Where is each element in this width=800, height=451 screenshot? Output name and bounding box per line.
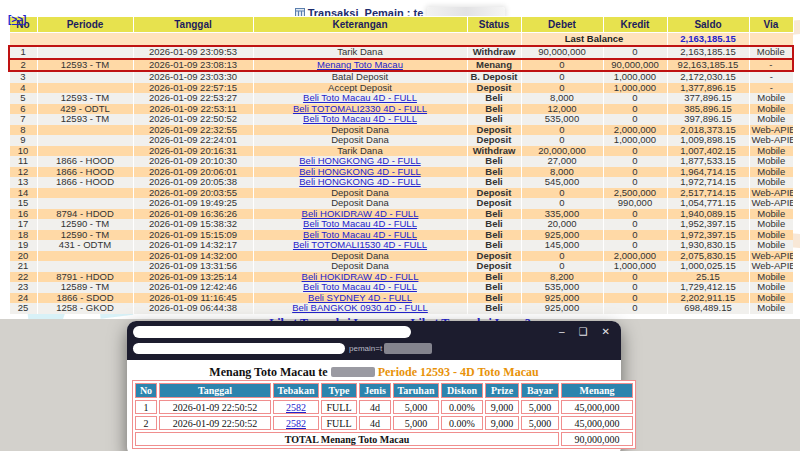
cell-tanggal: 2026-01-09 20:05:38 bbox=[133, 177, 253, 188]
transaction-row: 111866 - HOOD2026-01-09 20:10:30Beli HON… bbox=[9, 156, 793, 167]
cell-tanggal: 2026-01-09 15:15:09 bbox=[133, 230, 253, 241]
cell-tanggal: 2026-01-09 19:49:25 bbox=[133, 198, 253, 209]
cell-via: Mobile bbox=[749, 114, 793, 125]
bet-cell-jenis: 4d bbox=[359, 400, 391, 414]
cell-periode: 1258 - GKOD bbox=[37, 303, 133, 314]
bet-row: 12026-01-09 22:50:522582FULL4d5,0000.00%… bbox=[135, 400, 633, 414]
cell-saldo: 1,877,533.15 bbox=[667, 156, 749, 167]
transaction-row: 241866 - SDOD2026-01-09 11:16:45Beli SYD… bbox=[9, 293, 793, 304]
cell-periode bbox=[37, 251, 133, 262]
bet-cell-taruhan: 5,000 bbox=[393, 400, 439, 414]
cell-keterangan: Beli Toto Macau 4D - FULL bbox=[253, 93, 467, 104]
cell-saldo: 92,163,185.15 bbox=[667, 59, 749, 72]
keterangan-link[interactable]: Beli BANGKOK 0930 4D - FULL bbox=[292, 303, 428, 313]
cell-status: Beli bbox=[467, 230, 521, 241]
cell-keterangan: Beli BANGKOK 0930 4D - FULL bbox=[253, 303, 467, 314]
bets-column-header-tanggal: Tanggal bbox=[159, 383, 271, 398]
keterangan-link[interactable]: Beli HOKIDRAW 4D - FULL bbox=[302, 209, 419, 219]
keterangan-link[interactable]: Beli TOTOMALI1530 4D - FULL bbox=[293, 240, 427, 250]
cell-keterangan: Deposit Dana bbox=[253, 198, 467, 209]
transaction-row: 32026-01-09 23:03:30Batal DepositB. Depo… bbox=[9, 71, 793, 83]
cell-via: Mobile bbox=[749, 293, 793, 304]
transaction-row: 712593 - TM2026-01-09 22:50:52Beli Toto … bbox=[9, 114, 793, 125]
cell-periode: 8791 - HDOD bbox=[37, 272, 133, 283]
bets-column-header-jenis: Jenis bbox=[359, 383, 391, 398]
cell-no: 10 bbox=[9, 146, 37, 157]
address-bar-redacted[interactable] bbox=[133, 343, 345, 354]
cell-no: 22 bbox=[9, 272, 37, 283]
cell-status: Withdraw bbox=[467, 146, 521, 157]
page-header: Transaksi Pemain : te bbox=[0, 0, 800, 16]
cell-tanggal: 2026-01-09 20:06:01 bbox=[133, 167, 253, 178]
cell-status: Menang bbox=[467, 59, 521, 72]
keterangan-link[interactable]: Menang Toto Macau bbox=[317, 59, 403, 70]
keterangan-link[interactable]: Beli Toto Macau 4D - FULL bbox=[303, 230, 417, 240]
cell-no: 3 bbox=[9, 71, 37, 83]
cell-debet: 0 bbox=[521, 261, 603, 272]
cell-kredit: 2,000,000 bbox=[603, 251, 667, 262]
keterangan-link[interactable]: Beli Toto Macau 4D - FULL bbox=[303, 114, 417, 124]
keterangan-link[interactable]: Beli HONGKONG 4D - FULL bbox=[299, 156, 420, 166]
cell-periode: 12593 - TM bbox=[37, 93, 133, 104]
cell-no: 13 bbox=[9, 177, 37, 188]
last-balance-value: 2,163,185.15 bbox=[667, 33, 749, 47]
maximize-button[interactable]: ❑ bbox=[579, 326, 588, 338]
cell-via: Web-APIB bbox=[749, 188, 793, 199]
cell-saldo: 2,517,714.15 bbox=[667, 188, 749, 199]
keterangan-link[interactable]: Beli HONGKONG 4D - FULL bbox=[299, 177, 420, 187]
cell-via: - bbox=[749, 59, 793, 72]
cell-saldo: 1,940,089.15 bbox=[667, 209, 749, 220]
keterangan-link[interactable]: Beli HOKIDRAW 4D - FULL bbox=[302, 272, 419, 282]
cell-saldo: 1,930,830.15 bbox=[667, 240, 749, 251]
cell-saldo: 1,972,397.15 bbox=[667, 230, 749, 241]
cell-keterangan: Beli HOKIDRAW 4D - FULL bbox=[253, 272, 467, 283]
cell-kredit: 0 bbox=[603, 93, 667, 104]
keterangan-link[interactable]: Beli Toto Macau 4D - FULL bbox=[303, 93, 417, 103]
keterangan-link[interactable]: Beli Toto Macau 4D - FULL bbox=[303, 219, 417, 229]
cell-tanggal: 2026-01-09 14:32:17 bbox=[133, 240, 253, 251]
cell-periode: 12590 - TM bbox=[37, 230, 133, 241]
cell-tanggal: 2026-01-09 22:53:11 bbox=[133, 104, 253, 115]
keterangan-link[interactable]: Beli Toto Macau 4D - FULL bbox=[303, 282, 417, 292]
minimize-button[interactable]: – bbox=[559, 326, 565, 338]
tebakan-link[interactable]: 2582 bbox=[286, 402, 306, 413]
popup-titlebar[interactable]: – ❑ ✕ pemain=t bbox=[127, 321, 621, 360]
keterangan-link[interactable]: Beli SYDNEY 4D - FULL bbox=[308, 293, 412, 303]
cell-status: Beli bbox=[467, 177, 521, 188]
cell-tanggal: 2026-01-09 22:32:55 bbox=[133, 125, 253, 136]
cell-status: Deposit bbox=[467, 125, 521, 136]
cell-status: Beli bbox=[467, 240, 521, 251]
cell-saldo: 1,000,025.15 bbox=[667, 261, 749, 272]
cell-keterangan: Beli SYDNEY 4D - FULL bbox=[253, 293, 467, 304]
cell-via: Mobile bbox=[749, 156, 793, 167]
column-header-debet: Debet bbox=[521, 17, 603, 33]
cell-status: Beli bbox=[467, 104, 521, 115]
transaction-row: 152026-01-09 19:49:25Deposit DanaDeposit… bbox=[9, 198, 793, 209]
cell-keterangan: Beli Toto Macau 4D - FULL bbox=[253, 282, 467, 293]
cell-keterangan: Tarik Dana bbox=[253, 146, 467, 157]
cell-via: - bbox=[749, 71, 793, 83]
bets-total-value: 90,000,000 bbox=[561, 432, 633, 446]
keterangan-link[interactable]: Beli TOTOMALI2330 4D - FULL bbox=[293, 104, 427, 114]
browser-tab-redacted[interactable] bbox=[133, 326, 411, 338]
next-page-link[interactable]: [>>] bbox=[8, 14, 26, 25]
tebakan-link[interactable]: 2582 bbox=[286, 418, 306, 429]
bets-total-row: TOTAL Menang Toto Macau90,000,000 bbox=[135, 432, 633, 446]
transaction-row: 212593 - TM2026-01-09 23:08:13Menang Tot… bbox=[9, 59, 793, 72]
cell-tanggal: 2026-01-09 22:57:15 bbox=[133, 83, 253, 94]
cell-via: Web-APIB bbox=[749, 125, 793, 136]
column-header-status: Status bbox=[467, 17, 521, 33]
cell-kredit: 0 bbox=[603, 177, 667, 188]
bet-cell-tebakan: 2582 bbox=[273, 416, 319, 430]
bets-header-row: NoTanggalTebakanTypeJenisTaruhanDiskonPr… bbox=[135, 383, 633, 398]
cell-periode bbox=[37, 188, 133, 199]
popup-title-prefix: Menang Toto Macau te bbox=[209, 365, 327, 379]
cell-tanggal: 2026-01-09 23:03:30 bbox=[133, 71, 253, 83]
keterangan-link[interactable]: Beli HONGKONG 4D - FULL bbox=[299, 167, 420, 177]
close-button[interactable]: ✕ bbox=[602, 326, 610, 338]
cell-saldo: 2,163,185.15 bbox=[667, 46, 749, 59]
bet-cell-prize: 9,000 bbox=[485, 400, 519, 414]
cell-saldo: 2,202,911.15 bbox=[667, 293, 749, 304]
bet-cell-bayar: 5,000 bbox=[521, 400, 559, 414]
transactions-table: NoPeriodeTanggalKeteranganStatusDebetKre… bbox=[8, 16, 794, 314]
